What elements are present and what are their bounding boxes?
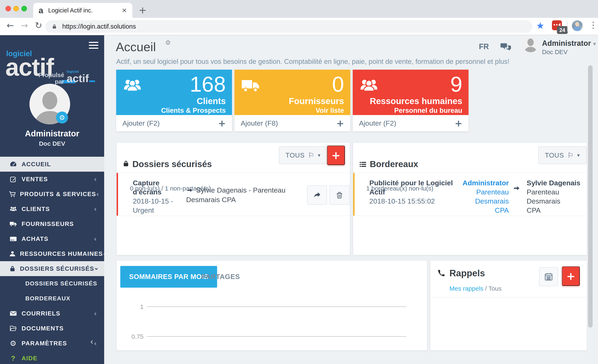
add-client-button[interactable]: Ajouter (F2) + (116, 115, 232, 131)
browser-profile-avatar[interactable] (572, 20, 583, 31)
sidebar-item-documents[interactable]: DOCUMENTS (0, 321, 104, 336)
fournisseurs-sublabel[interactable]: Voir liste (316, 106, 344, 114)
sidebar-item-fournisseurs[interactable]: FOURNISSEURS (0, 216, 104, 231)
avatar-settings-icon[interactable]: ⚙ (56, 112, 68, 123)
close-window-button[interactable] (5, 6, 11, 11)
truck-icon (241, 76, 260, 95)
tous-link[interactable]: Tous (489, 285, 501, 292)
tab-close-icon[interactable]: ✕ (122, 7, 127, 14)
back-button[interactable]: ← (7, 20, 14, 31)
page-subtitle: Actif, un seul logiciel pour tous vos be… (116, 58, 509, 65)
stat-card-fournisseurs[interactable]: 0 Fournisseurs Voir liste Ajouter (F8) + (234, 70, 350, 131)
minimize-window-button[interactable] (13, 6, 19, 11)
sidebar-item-dossiers-securises[interactable]: DOSSIERS SÉCURISÉS ‹ (0, 261, 104, 276)
question-icon: ? (9, 354, 18, 362)
stat-card-ressources-humaines[interactable]: 9 Ressources humaines Personnel du burea… (353, 70, 469, 131)
extension-badge: 24 (557, 26, 568, 34)
rappels-add-button[interactable]: + (562, 266, 580, 286)
header-user-menu[interactable]: Administrator▾ (542, 39, 596, 48)
rappels-panel: Rappels Mes rappels / Tous + (430, 260, 587, 351)
toolbar-divider (567, 22, 568, 32)
dossier-name-line1: Capture (133, 178, 173, 187)
sidebar-item-produits-services[interactable]: PRODUITS & SERVICES ‹ (0, 186, 104, 202)
chevron-left-icon: ‹ (94, 339, 97, 348)
summary-chart-panel: SOMMAIRES PAR MOIS PARTAGES 1 0.75 (116, 260, 427, 351)
phone-icon (437, 269, 446, 278)
delete-button[interactable] (330, 185, 349, 205)
flag-icon: ⚐ (567, 151, 574, 159)
address-bar[interactable]: https://login.actif.solutions (45, 20, 532, 33)
edit-icon (9, 175, 18, 183)
sidebar-item-clients[interactable]: CLIENTS ‹ (0, 202, 104, 216)
trash-icon (336, 191, 343, 199)
bordereau-name-line2: Actif (369, 187, 453, 196)
add-fournisseur-button[interactable]: Ajouter (F8) + (234, 115, 350, 131)
bordereau-from[interactable]: Administrator Parenteau Desmarais CPA (444, 178, 509, 215)
tab-title: Logiciel Actif inc. (48, 7, 119, 14)
header-avatar[interactable] (523, 36, 539, 52)
sidebar-item-ressources-humaines[interactable]: RESSOURCES HUMAINES ‹ (0, 246, 104, 261)
page-settings-icon[interactable]: ⚙ (165, 39, 171, 46)
folder-open-icon (9, 325, 18, 332)
bordereau-row[interactable]: Publicité pour le Logiciel Actif 2018-10… (353, 172, 587, 216)
flag-icon: ⚐ (308, 151, 314, 159)
zoom-window-button[interactable] (21, 6, 27, 11)
plus-icon: + (218, 118, 226, 129)
fournisseurs-label: Fournisseurs (289, 96, 344, 106)
bookmark-star-icon[interactable]: ★ (536, 20, 544, 31)
dossier-name-line2: d'écrans (133, 187, 173, 196)
rh-sublabel: Personnel du bureau (394, 106, 462, 114)
caret-down-icon: ▾ (577, 152, 580, 158)
page-scrollbar[interactable] (588, 65, 593, 328)
rh-label: Ressources humaines (370, 96, 462, 106)
stat-card-clients[interactable]: 168 Clients Clients & Prospects Ajouter … (116, 70, 232, 131)
bordereau-name-line1: Publicité pour le Logiciel (369, 178, 453, 187)
users-icon (123, 76, 142, 95)
sidebar-subitem-dossiers-securises[interactable]: DOSSIERS SÉCURISÉS (0, 276, 104, 291)
forward-button[interactable]: → (21, 20, 28, 31)
arrow-right-icon (513, 185, 521, 192)
bordereaux-filter-button[interactable]: TOUS ⚐ ▾ (538, 146, 587, 164)
rappels-filter-links: Mes rappels / Tous (449, 285, 501, 292)
clients-label: Clients (197, 96, 226, 106)
sidebar-item-achats[interactable]: ACHATS ‹ (0, 231, 104, 246)
sidebar-toggle-icon[interactable] (89, 42, 98, 51)
sidebar-item-accueil[interactable]: ACCUEIL (0, 157, 104, 172)
calendar-button[interactable] (539, 267, 558, 286)
browser-tab[interactable]: a Logiciel Actif inc. ✕ (33, 3, 132, 18)
sidebar-item-ventes[interactable]: VENTES ‹ (0, 172, 104, 186)
sidebar-item-aide[interactable]: ? AIDE (0, 351, 104, 364)
y-tick-075: 0.75 (117, 333, 144, 340)
sidebar-item-parametres[interactable]: ⚙ PARAMÈTRES ‹ (0, 336, 104, 351)
browser-window: a Logiciel Actif inc. ✕ + ← → ↻ https://… (0, 0, 598, 364)
chevron-left-icon: ‹ (94, 205, 97, 213)
mes-rappels-link[interactable]: Mes rappels (449, 285, 483, 292)
credit-card-icon (9, 235, 18, 243)
chevron-down-icon: ‹ (92, 267, 100, 270)
dossier-priority: Urgent (133, 206, 173, 215)
dossier-date: 2018-10-15 - (133, 196, 173, 206)
tab-strip: a Logiciel Actif inc. ✕ + (0, 0, 598, 18)
browser-menu-icon[interactable]: ⋮ (589, 20, 598, 30)
person-icon (9, 250, 16, 258)
truck-icon (9, 220, 18, 228)
dossiers-add-button[interactable]: + (327, 146, 345, 165)
dossiers-filter-button[interactable]: TOUS ⚐ ▾ (279, 146, 327, 164)
sidebar-user-name: Administrator (0, 129, 104, 138)
reload-button[interactable]: ↻ (35, 20, 42, 31)
sidebar-subitem-bordereaux[interactable]: BORDEREAUX (0, 291, 104, 306)
share-button[interactable] (307, 185, 327, 205)
envelope-icon (9, 310, 18, 317)
chat-icon[interactable] (500, 43, 511, 52)
powered-line1: Propulsé (38, 72, 64, 78)
dashboard-icon (9, 161, 18, 168)
dossier-row[interactable]: Capture d'écrans 2018-10-15 - Urgent Syl… (116, 172, 350, 216)
tab-partages[interactable]: PARTAGES (201, 266, 240, 288)
sidebar-collapse-icon[interactable]: ‹ (90, 337, 93, 346)
language-switch[interactable]: FR (479, 42, 489, 51)
add-rh-button[interactable]: Ajouter (F2) + (353, 115, 469, 131)
sidebar-item-courriels[interactable]: COURRIELS ‹ (0, 306, 104, 321)
plus-icon: + (455, 118, 462, 129)
dossiers-title: Dossiers sécurisés (132, 159, 212, 169)
new-tab-button[interactable]: + (139, 5, 147, 16)
